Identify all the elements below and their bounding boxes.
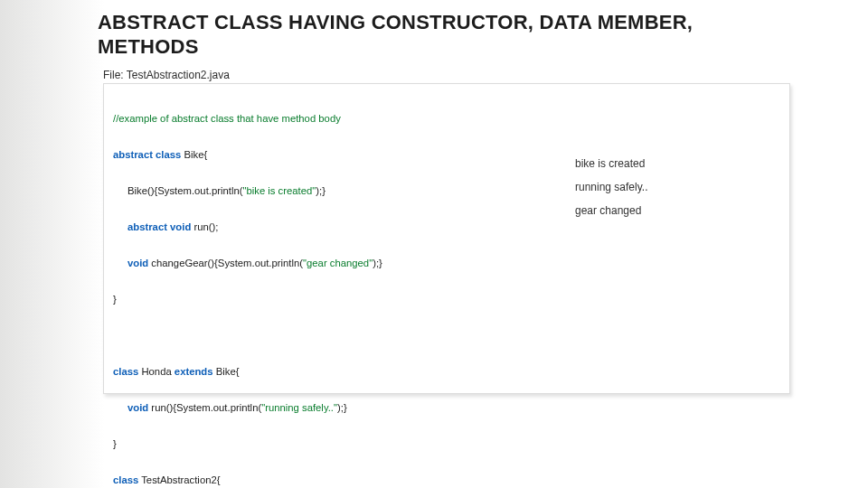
slide-title: ABSTRACT CLASS HAVING CONSTRUCTOR, DATA … [98, 11, 803, 60]
kw-void: void [127, 258, 148, 268]
code-blank [113, 330, 116, 341]
code-text: } [113, 294, 117, 305]
code-text: Honda [138, 366, 175, 377]
code-text: );} [316, 185, 326, 196]
code-text: changeGear(){System.out.println( [148, 258, 303, 268]
code-block: //example of abstract class that have me… [113, 91, 780, 386]
code-text: TestAbstraction2{ [138, 474, 220, 485]
code-text: } [113, 438, 117, 449]
output-line: bike is created [575, 152, 756, 175]
kw-class: class [113, 474, 138, 485]
kw-class: class [113, 366, 138, 377]
slide: ABSTRACT CLASS HAVING CONSTRUCTOR, DATA … [0, 0, 868, 488]
kw-extends: extends [175, 366, 213, 377]
code-card: //example of abstract class that have me… [103, 83, 790, 394]
string-literal: "bike is created" [242, 185, 316, 196]
output-panel: bike is created running safely.. gear ch… [575, 152, 756, 222]
file-label: File: TestAbstraction2.java [103, 69, 868, 81]
code-text: );} [337, 402, 347, 413]
kw-void: void [127, 402, 148, 413]
kw-abstract-void: abstract void [127, 221, 191, 232]
string-literal: "running safely.." [261, 402, 337, 413]
title-line-2: METHODS [98, 35, 199, 58]
code-text: Bike(){System.out.println( [127, 185, 242, 196]
output-line: gear changed [575, 199, 756, 222]
code-text: Bike{ [213, 366, 240, 377]
code-text: run(){System.out.println( [148, 402, 261, 413]
output-line: running safely.. [575, 175, 756, 199]
code-text: Bike{ [181, 149, 207, 160]
code-text: run(); [191, 221, 218, 232]
kw-abstract-class: abstract class [113, 149, 181, 160]
code-text: );} [373, 258, 382, 268]
code-comment: //example of abstract class that have me… [113, 113, 341, 124]
string-literal: "gear changed" [303, 258, 373, 268]
title-line-1: ABSTRACT CLASS HAVING CONSTRUCTOR, DATA … [98, 11, 693, 33]
